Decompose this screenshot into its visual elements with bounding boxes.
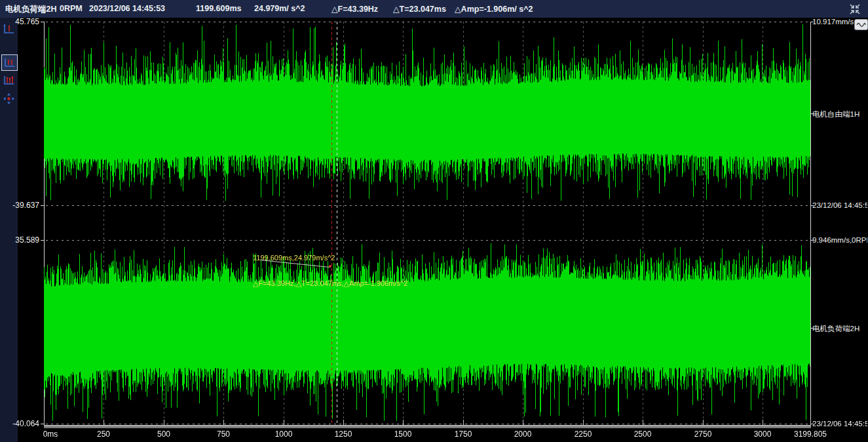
x-tick-mark	[403, 420, 404, 426]
topbar-delta-frequency: △F=43.39Hz	[331, 4, 378, 14]
tick-dash	[41, 424, 44, 424]
x-tick-mark	[810, 420, 811, 426]
x-tick-mark	[223, 420, 224, 426]
x-tick-mark	[343, 420, 344, 426]
x-tick-mark	[583, 420, 584, 426]
right-timestamp-label-chart1: 23/12/06 14:45:53	[812, 201, 867, 209]
tick-dash	[41, 240, 44, 241]
tick-dash	[810, 424, 814, 424]
x-tick-mark	[44, 420, 45, 426]
topbar-delta-time: △T=23.047ms	[393, 4, 446, 14]
x-tick-label: 0ms	[43, 430, 58, 439]
x-tick-label: 250	[97, 430, 110, 439]
gridline-chart2-bottom	[41, 424, 814, 424]
tick-dash	[810, 240, 814, 241]
topbar-rpm-readout: 0RPM	[60, 4, 83, 13]
cursor-marker-dot	[329, 265, 331, 268]
x-tick-mark	[523, 420, 523, 426]
x-tick-label: 1750	[455, 430, 472, 439]
topbar-delta-amplitude: △Amp=-1.906m/ s^2	[455, 4, 533, 14]
tick-dash	[810, 205, 814, 206]
right-amplitude-label-chart2: 9.946mm/s,0RPM	[812, 236, 867, 244]
tick-dash	[810, 328, 814, 329]
tick-dash	[810, 113, 814, 114]
collapse-icon[interactable]	[848, 3, 861, 16]
tick-dash	[41, 22, 44, 22]
waveform-display-settings-button[interactable]	[854, 19, 868, 30]
tool-dual-waveform[interactable]	[1, 54, 18, 71]
right-timestamp-label-chart2: 23/12/06 14:45:53	[812, 420, 867, 428]
x-tick-label: 750	[217, 430, 230, 439]
annotation-line2: △F=43.39Hz,△T=23.047ms,△Amp=-1.906m/s^2	[253, 279, 407, 288]
x-tick-label: 500	[157, 430, 170, 439]
x-axis-bar	[44, 425, 811, 428]
tool-spectrum-stem[interactable]	[1, 73, 16, 88]
channel-label-chart2: 电机负荷端2H	[812, 324, 867, 334]
x-tick-label: 3199.805	[794, 430, 827, 439]
x-tick-mark	[763, 420, 763, 426]
plot-right-border	[810, 22, 811, 428]
topbar-timestamp: 2023/12/06 14:45:53	[89, 4, 165, 13]
tool-pan[interactable]	[1, 91, 16, 106]
status-toolbar: 电机负荷端2H 0RPM 2023/12/06 14:45:53 1199.60…	[0, 0, 868, 18]
x-tick-label: 1000	[275, 430, 293, 439]
tick-dash	[41, 205, 44, 206]
cursor-annotation: 1199.609ms,24.979m/s^2 △F=43.39Hz,△T=23.…	[253, 237, 407, 305]
pan-move-icon	[3, 92, 15, 105]
vibration-analyzer-window: 电机负荷端2H 0RPM 2023/12/06 14:45:53 1199.60…	[0, 0, 868, 442]
gridline-chart1-bottom	[41, 205, 814, 206]
x-tick-mark	[643, 420, 643, 426]
waveform-chart-channel2[interactable]	[44, 240, 810, 424]
channel-label-chart1: 电机自由端1H	[812, 110, 867, 119]
x-tick-label: 1500	[394, 430, 412, 439]
y-max-label-chart1: 45.765	[1, 17, 39, 26]
cursor-1-line[interactable]	[331, 22, 332, 425]
y-min-label-chart1: -39.637	[1, 201, 39, 210]
waveform-chart-channel1[interactable]	[44, 22, 810, 205]
topbar-channel-name: 电机负荷端2H	[5, 4, 56, 15]
toolbox-sidebar	[0, 18, 18, 442]
sine-wave-icon	[856, 22, 866, 28]
x-tick-label: 2750	[694, 430, 712, 439]
x-tick-label: 2500	[634, 430, 652, 439]
x-tick-mark	[703, 420, 704, 426]
topbar-cursor-time: 1199.609ms	[196, 4, 242, 13]
y-max-label-chart2: 35.589	[1, 235, 39, 245]
spectrum-stem-icon	[3, 74, 15, 87]
tick-dash	[810, 22, 814, 22]
x-tick-mark	[463, 420, 464, 426]
x-tick-label: 1250	[335, 430, 352, 439]
dual-waveform-icon	[3, 56, 16, 69]
x-tick-label: 3000	[754, 430, 772, 439]
x-tick-mark	[104, 420, 104, 426]
x-tick-label: 2000	[514, 430, 532, 439]
cursor-2-line[interactable]	[337, 22, 337, 425]
topbar-cursor-amplitude: 24.979m/ s^2	[254, 4, 305, 13]
x-tick-label: 2250	[575, 430, 592, 439]
x-tick-mark	[164, 420, 164, 426]
x-tick-mark	[284, 420, 284, 426]
y-min-label-chart2: -40.064	[1, 419, 39, 428]
